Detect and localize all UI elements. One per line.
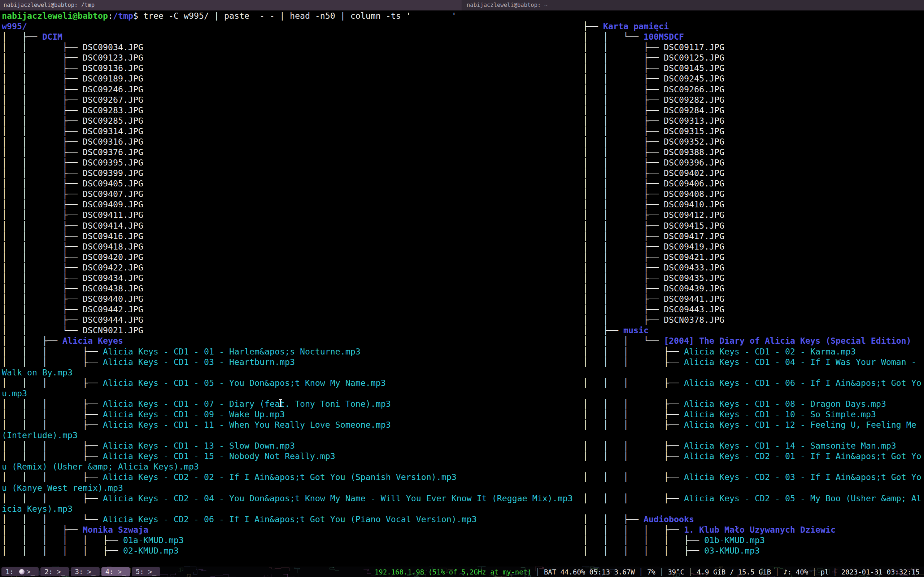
tree-row: │ │ ├── DSC09136.JPG│ │ ├── DSC09145.JPG (0, 63, 924, 73)
tree-branch-glyphs: │ │ ├── (583, 168, 664, 178)
tree-row-right-column: │ │ ├── DSC09352.JPG (583, 136, 724, 147)
mp3-file-name: 01a-KMUD.mp3 (123, 535, 184, 545)
tree-branch-glyphs: │ │ ├── (2, 126, 82, 136)
tree-branch-glyphs: │ │ ├── (583, 84, 664, 94)
tree-row: │ │ │ ├── Alicia Keys - CD1 - 15 - Nobod… (0, 451, 924, 461)
tree-branch-glyphs: │ │ ├── (583, 63, 664, 73)
jpg-file-name: DSC09395.JPG (82, 158, 143, 167)
jpg-file-name: DSC09123.JPG (82, 53, 143, 62)
tree-branch-glyphs: │ │ ├── (583, 273, 664, 283)
jpg-file-name: DSC09313.JPG (664, 116, 724, 126)
jpg-file-name: DSC09376.JPG (82, 147, 143, 157)
tree-branch-glyphs: │ │ ├── (583, 42, 664, 52)
mp3-file-name: Alicia Keys - CD1 - 13 - Slow Down.mp3 (103, 441, 295, 450)
tree-row-right-column: │ │ ├── Audiobooks (583, 514, 694, 524)
tree-branch-glyphs: │ │ │ ├── (583, 420, 684, 429)
tree-row: │ │ ├── DSC09442.JPG│ │ ├── DSC09443.JPG (0, 304, 924, 314)
workspace-button-4[interactable]: 4: >_ (102, 567, 130, 576)
mp3-file-name: Alicia Keys - CD2 - 01 - If I Ain&apos;t… (684, 451, 921, 461)
mp3-file-name: Alicia Keys - CD2 - 04 - You Don&apos;t … (103, 493, 573, 503)
tree-row: │ │ ├── DSC09418.JPG│ │ ├── DSC09419.JPG (0, 241, 924, 252)
tree-branch-glyphs: │ │ │ ├── (583, 409, 684, 419)
tree-branch-glyphs: │ │ │ │ │ ├── (2, 535, 123, 545)
tree-row: │ │ ├── DSC09422.JPG│ │ ├── DSC09433.JPG (0, 262, 924, 272)
workspace-list: 1: >_2: >_3: >_4: >_5: >_ (2, 567, 160, 577)
terminal-prompt-icon: >_ (26, 567, 35, 576)
jpg-file-name: DSC09117.JPG (664, 42, 724, 52)
jpg-file-name: DSC09125.JPG (664, 53, 724, 62)
tree-branch-glyphs: │ │ ├── (583, 147, 664, 157)
workspace-button-2[interactable]: 2: >_ (40, 567, 69, 576)
tree-branch-glyphs: │ │ │ ├── (583, 441, 684, 450)
tree-branch-glyphs: │ │ ├── (583, 305, 664, 314)
tree-row: │ │ ├── DSC09438.JPG│ │ ├── DSC09439.JPG (0, 283, 924, 293)
tree-branch-glyphs: │ │ │ │ ├── (583, 525, 684, 534)
workspace-button-5[interactable]: 5: >_ (132, 567, 160, 576)
tree-row: │ │ ├── DSC09399.JPG│ │ ├── DSC09402.JPG (0, 168, 924, 178)
jpg-file-name: DSC09246.JPG (82, 84, 143, 94)
tree-row-right-column: ├── Karta pamięci (583, 21, 669, 31)
tree-row: │ │ │ ├── Alicia Keys - CD1 - 11 - When … (0, 419, 924, 430)
tree-branch-glyphs: │ │ ├── (583, 263, 664, 272)
jpg-file-name: DSC09438.JPG (82, 284, 143, 293)
ram-usage: 4.9 GiB / 15.5 GiB (696, 568, 771, 576)
tree-branch-glyphs: │ │ ├── (2, 263, 82, 272)
terminal-tab-inactive[interactable]: nabijaczleweli@babtop: ~ (462, 0, 924, 10)
tree-row-right-column: │ │ ├── DSC09388.JPG (583, 147, 724, 157)
tree-branch-glyphs: │ │ │ │ │ ├── (583, 535, 704, 545)
mp3-file-name: icia Keys).mp3 (2, 504, 73, 514)
directory-name: music (624, 325, 649, 335)
mp3-file-name: Alicia Keys - CD2 - 02 - If I Ain&apos;t… (103, 472, 457, 482)
directory-name: Alicia Keyes (63, 336, 123, 345)
tree-branch-glyphs: │ │ │ ├── (2, 525, 82, 534)
tree-branch-glyphs: │ │ ├── (2, 200, 82, 209)
network-status: 192.168.1.98 (51% of 5,2GHz at my-net) (375, 568, 531, 576)
jpg-file-name: DSC09443.JPG (664, 305, 724, 314)
mp3-file-name: (Interlude).mp3 (2, 430, 78, 440)
terminal-prompt-icon: >_ (118, 567, 126, 576)
tree-output: w995/├── Karta pamięci│ ├── DCIM│ │ └── … (0, 21, 924, 566)
jpg-file-name: DSC09316.JPG (82, 137, 143, 147)
mp3-file-name: Alicia Keys - CD1 - 04 - If I Was Your W… (684, 357, 921, 367)
tree-row: │ │ │ ├── Alicia Keys - CD1 - 13 - Slow … (0, 440, 924, 451)
desktop-status-bar: 1: >_2: >_3: >_4: >_5: >_ 192.168.1.98 (… (0, 567, 924, 577)
tree-row-right-column: │ │ ├── DSC09408.JPG (583, 189, 724, 199)
jpg-file-name: DSC09420.JPG (82, 252, 143, 262)
tree-row-right-column: │ │ ├── DSC09421.JPG (583, 252, 724, 262)
tree-branch-glyphs: │ │ ├── (2, 137, 82, 147)
tree-branch-glyphs: │ │ ├── (2, 336, 63, 345)
shell-prompt-line: nabijaczleweli@babtop:/tmp$ tree -C w995… (0, 10, 924, 21)
jpg-file-name: DSC09444.JPG (82, 315, 143, 324)
tree-row: │ │ └── DSCN9021.JPG│ ├── music (0, 325, 924, 335)
tree-branch-glyphs: │ │ ├── (583, 179, 664, 188)
tree-branch-glyphs: │ │ │ ├── (583, 347, 684, 356)
jpg-file-name: DSC09422.JPG (82, 263, 143, 272)
tree-row: │ │ │ ├── Alicia Keys - CD1 - 03 - Heart… (0, 357, 924, 367)
tree-branch-glyphs: │ │ ├── (583, 284, 664, 293)
mp3-file-name: Alicia Keys - CD1 - 07 - Diary (feat. To… (103, 399, 391, 409)
mp3-file-name: Alicia Keys - CD1 - 10 - So Simple.mp3 (684, 409, 876, 419)
tree-branch-glyphs: │ │ ├── (2, 42, 82, 52)
tree-row-right-column: │ │ ├── DSC09410.JPG (583, 199, 724, 210)
tree-branch-glyphs: │ │ ├── (583, 514, 643, 524)
prompt-dollar: $ (133, 11, 143, 21)
tree-row: (Interlude).mp3 (0, 430, 924, 440)
tree-row: u (Kanye West remix).mp3 (0, 482, 924, 493)
tree-row: │ ├── DCIM│ │ └── 100MSDCF (0, 31, 924, 42)
terminal-tab-active[interactable]: nabijaczleweli@babtop: /tmp (0, 0, 462, 10)
tree-row-right-column: │ │ ├── DSC09441.JPG (583, 293, 724, 304)
tree-branch-glyphs: │ │ ├── (2, 168, 82, 178)
battery-status: BAT 44.60% 05:13 3.67W (544, 568, 635, 576)
jpg-file-name: DSC09034.JPG (82, 42, 143, 52)
workspace-button-1[interactable]: 1: >_ (2, 567, 39, 576)
temperature: 39°C (668, 568, 684, 576)
tree-branch-glyphs: │ │ ├── (2, 273, 82, 283)
tree-row: │ │ ├── DSC09283.JPG│ │ ├── DSC09284.JPG (0, 105, 924, 115)
jpg-file-name: DSC09408.JPG (664, 189, 724, 199)
tree-row-right-column: │ │ │ │ ├── 1. Klub Mało Uzywanych Dziew… (583, 524, 835, 535)
jpg-file-name: DSC09417.JPG (664, 231, 724, 241)
tree-row: │ │ ├── DSC09123.JPG│ │ ├── DSC09125.JPG (0, 52, 924, 63)
workspace-button-3[interactable]: 3: >_ (71, 567, 99, 576)
terminal-screen[interactable]: nabijaczleweli@babtop:/tmp$ tree -C w995… (0, 10, 924, 567)
tree-branch-glyphs: │ │ ├── (2, 252, 82, 262)
